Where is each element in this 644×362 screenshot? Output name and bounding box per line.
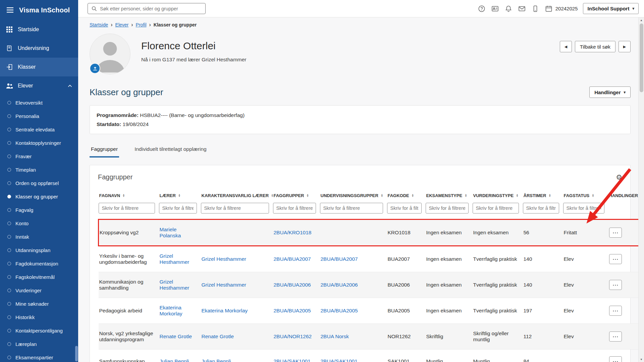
sidebar-item-historikk[interactable]: Historikk	[0, 310, 78, 324]
column-header-karakteransvarlig-laerer[interactable]: Karakteransvarlig lærer▲▼	[201, 190, 273, 201]
messages-envelope-icon[interactable]	[518, 5, 526, 13]
sidebar-item-laereplan[interactable]: Læreplan	[0, 337, 78, 351]
contact-card-icon[interactable]	[491, 5, 499, 13]
help-icon[interactable]	[478, 5, 486, 13]
cell-link[interactable]: Grizel Hesthammer	[160, 279, 190, 291]
filter-input-vurderingstype[interactable]	[473, 203, 519, 214]
sidebar-item-eksamenspartier[interactable]: Eksamenspartier	[0, 351, 78, 362]
sidebar-item-fagdokumentasjon[interactable]: Fagdokumentasjon	[0, 257, 78, 270]
sidebar-item-sentrale-elevdata[interactable]: Sentrale elevdata	[0, 123, 78, 136]
sidebar-item-fagskolevitnemal[interactable]: Fagskolevitnemål	[0, 270, 78, 284]
sidebar-item-kontaktopplysninger[interactable]: Kontaktopplysninger	[0, 136, 78, 149]
sidebar-item-klasser-og-grupper[interactable]: Klasser og grupper	[0, 190, 78, 203]
mobile-phone-icon[interactable]	[531, 5, 539, 13]
column-header-vurderingstype[interactable]: Vurderingstype▲▼	[473, 190, 523, 201]
cell-link[interactable]: 2BUA/SAK1001	[274, 358, 311, 362]
sidebar-item-konto[interactable]: Konto	[0, 217, 78, 230]
filter-input-karakteransvarlig-laerer[interactable]	[201, 203, 269, 214]
cell-link[interactable]: 2BUA/NOR1262	[274, 334, 312, 339]
scrollbar-thumb[interactable]	[640, 23, 643, 92]
filter-input-arstimer[interactable]	[523, 203, 559, 214]
row-actions-button[interactable]: ⋯	[609, 356, 622, 362]
previous-student-button[interactable]: ◀	[560, 41, 572, 52]
cell-link[interactable]: 2BUA/BUA2005	[321, 308, 358, 313]
column-header-fagnavn[interactable]: Fagnavn▲▼	[99, 190, 159, 201]
cell-link[interactable]: Ekaterina Morkorlay	[202, 308, 248, 313]
search-input[interactable]	[100, 6, 202, 11]
cell-link[interactable]: 2BUA/KRO1018	[274, 230, 312, 235]
cell-link[interactable]: 2BUA/BUA2006	[321, 282, 358, 288]
cell-link[interactable]: 2BUA/SAK1001	[321, 358, 358, 362]
sort-icon[interactable]: ▲▼	[271, 194, 273, 197]
filter-input-fagstatus[interactable]	[563, 203, 604, 214]
sidebar-item-personalia[interactable]: Personalia	[0, 109, 78, 123]
sidebar-item-vurderinger[interactable]: Vurderinger	[0, 284, 78, 297]
sort-icon[interactable]: ▲▼	[381, 194, 383, 197]
filter-input-eksamenstype[interactable]	[426, 203, 469, 214]
tab-individuelt-tilrettelagt-opplaering[interactable]: Individuelt tilrettelagt opplæring	[133, 143, 208, 158]
filter-input-faggrupper[interactable]	[273, 203, 316, 214]
cell-link[interactable]: 2BUA/BUA2005	[274, 308, 311, 313]
cell-link[interactable]: Julian Begnli	[160, 358, 189, 362]
sidebar-item-fravaer[interactable]: Fravær	[0, 149, 78, 163]
notifications-bell-icon[interactable]	[504, 5, 513, 13]
cell-link[interactable]: 2BUA/BUA2006	[274, 282, 311, 288]
sort-icon[interactable]: ▲▼	[412, 194, 414, 197]
tab-faggrupper[interactable]: Faggrupper	[90, 143, 119, 158]
cell-link[interactable]: 2BUA/BUA2007	[321, 256, 358, 262]
cell-link[interactable]: Renate Grotle	[160, 334, 192, 339]
sidebar-item-klasser[interactable]: Klasser	[0, 58, 78, 76]
back-to-search-button[interactable]: Tilbake til søk	[575, 41, 615, 52]
vertical-scrollbar[interactable]: ▲ ▼	[638, 17, 644, 362]
sidebar-item-undervisning[interactable]: Undervisning	[0, 39, 78, 58]
column-header-laerer[interactable]: Lærer▲▼	[159, 190, 201, 201]
filter-input-fagkode[interactable]	[387, 203, 422, 214]
sort-icon[interactable]: ▲▼	[516, 194, 518, 197]
filter-input-undervisningsgrupper[interactable]	[320, 203, 383, 214]
sidebar-item-kontaktpersontilgang[interactable]: Kontaktpersontilgang	[0, 324, 78, 337]
cell-link[interactable]: Grizel Hesthammer	[202, 256, 247, 262]
upload-avatar-button[interactable]	[90, 63, 100, 74]
scroll-down-icon[interactable]: ▼	[639, 357, 644, 362]
calendar-icon[interactable]	[545, 5, 553, 13]
sort-icon[interactable]: ▲▼	[307, 194, 309, 197]
sidebar-item-elevoversikt[interactable]: Elevoversikt	[0, 96, 78, 109]
sort-icon[interactable]: ▲▼	[122, 194, 125, 197]
sort-icon[interactable]: ▲▼	[178, 194, 180, 197]
hamburger-menu-icon[interactable]	[6, 6, 14, 14]
breadcrumb-item-profil[interactable]: Profil	[136, 22, 147, 27]
breadcrumb-item-startside[interactable]: Startside	[90, 22, 108, 27]
actions-dropdown-button[interactable]: Handlinger ▾	[589, 86, 631, 98]
next-student-button[interactable]: ▶	[619, 41, 631, 52]
sidebar-scrollbar-thumb[interactable]	[75, 346, 78, 361]
search-box[interactable]	[88, 3, 206, 14]
sort-icon[interactable]: ▲▼	[592, 194, 594, 197]
sidebar-item-utdanningsplan[interactable]: Utdanningsplan	[0, 243, 78, 257]
sort-icon[interactable]: ▲▼	[465, 194, 467, 197]
sort-icon[interactable]: ▲▼	[548, 194, 551, 197]
sidebar-item-orden-og-oppforsel[interactable]: Orden og oppførsel	[0, 176, 78, 190]
scroll-up-icon[interactable]: ▲	[639, 17, 644, 23]
column-header-eksamenstype[interactable]: Eksamenstype▲▼	[426, 190, 473, 201]
column-header-arstimer[interactable]: Årstimer▲▼	[523, 190, 563, 201]
sidebar-item-fagvalg[interactable]: Fagvalg	[0, 203, 78, 217]
cell-link[interactable]: 2BUA Norsk	[321, 334, 349, 339]
cell-link[interactable]: Ekaterina Morkorlay	[160, 305, 182, 316]
sidebar-item-elever[interactable]: Elever	[0, 76, 78, 95]
cell-link[interactable]: 2BUA/BUA2007	[274, 256, 311, 262]
column-header-faggrupper[interactable]: Faggrupper▲▼	[273, 190, 320, 201]
column-header-fagstatus[interactable]: Fagstatus▲▼	[563, 190, 608, 201]
row-actions-button[interactable]: ⋯	[609, 280, 622, 290]
column-header-undervisningsgrupper[interactable]: Undervisningsgrupper▲▼	[320, 190, 387, 201]
cell-link[interactable]: Renate Grotle	[202, 334, 234, 339]
cell-link[interactable]: Grizel Hesthammer	[202, 282, 247, 288]
sidebar-item-timeplan[interactable]: Timeplan	[0, 163, 78, 176]
column-header-handlinger[interactable]: Handlinger	[608, 190, 642, 201]
filter-input-laerer[interactable]	[159, 203, 197, 214]
gear-icon[interactable]: ⚙	[616, 174, 622, 181]
sidebar-item-startside[interactable]: Startside	[0, 20, 78, 39]
row-actions-button[interactable]: ⋯	[609, 228, 622, 238]
sidebar-item-inntak[interactable]: Inntak	[0, 230, 78, 243]
row-actions-button[interactable]: ⋯	[609, 254, 622, 264]
sidebar-item-mine-soknader[interactable]: Mine søknader	[0, 297, 78, 310]
